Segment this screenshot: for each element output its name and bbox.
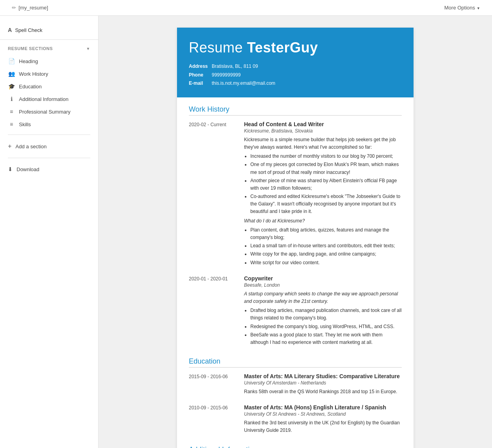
- contact-address-row: Address Bratislava, BL, 811 09: [189, 62, 402, 71]
- sidebar-divider-1: [8, 134, 90, 135]
- sidebar-item-heading-label: Heading: [19, 58, 38, 64]
- list-item: Co-authored and edited Kickresume's eboo…: [250, 193, 402, 216]
- work-entry-1-subtitle: Kickresume, Bratislava, Slovakia: [244, 128, 402, 134]
- sidebar-item-professional-summary-label: Professional Summary: [19, 109, 71, 115]
- work-entry-1-sub-bullets: Plan content, draft blog articles, quizz…: [250, 226, 402, 267]
- chevron-down-icon: [477, 5, 480, 11]
- edu-entry-2-subtitle: University Of St Andrews - St Andrews, S…: [244, 411, 402, 417]
- download-label: Download: [17, 166, 39, 172]
- work-history-section: Work History 2020-02 - Current Head of C…: [189, 105, 402, 348]
- edu-entry-2-dates: 2010-09 - 2015-06: [189, 404, 240, 436]
- work-entry-1-content: Head of Content & Lead Writer Kickresume…: [244, 121, 402, 268]
- work-history-icon: 👥: [8, 71, 15, 77]
- sidebar-item-education[interactable]: 🎓 Education: [0, 80, 98, 93]
- edu-entry-1: 2015-09 - 2016-06 Master of Arts: MA Lit…: [189, 373, 402, 397]
- edu-entry-1-content: Master of Arts: MA Literary Studies: Com…: [244, 373, 402, 397]
- add-section-label: Add a section: [15, 144, 47, 149]
- list-item: BeeSafe was a good place to start. They …: [250, 331, 402, 346]
- sections-toggle-icon[interactable]: ▼: [86, 47, 90, 51]
- address-label: Address: [189, 62, 209, 71]
- work-entry-2-intro: A startup company which seeks to change …: [244, 290, 402, 305]
- sidebar-item-additional-info[interactable]: ℹ Additional Information: [0, 93, 98, 105]
- edu-entry-1-dates: 2015-09 - 2016-06: [189, 373, 240, 397]
- work-entry-1-intro: Kickresume is a simple resume builder th…: [244, 136, 402, 151]
- content-area: Resume TesterGuy Address Bratislava, BL,…: [99, 16, 492, 448]
- email-label: E-mail: [189, 79, 209, 88]
- resume-title-prefix: Resume: [189, 39, 247, 56]
- more-options-button[interactable]: More Options: [444, 5, 480, 11]
- list-item: Increased the number of monthly visitors…: [250, 153, 402, 160]
- work-history-title: Work History: [189, 105, 402, 116]
- additional-info-title: Additional Information: [189, 446, 402, 448]
- sidebar-item-heading[interactable]: 📄 Heading: [0, 55, 98, 67]
- spell-check-icon: A: [8, 27, 12, 33]
- professional-summary-icon: ≡: [8, 108, 15, 115]
- resume-header: Resume TesterGuy Address Bratislava, BL,…: [177, 28, 414, 97]
- edu-entry-2-content: Master of Arts: MA (Hons) English Litera…: [244, 404, 402, 436]
- filename-area[interactable]: [my_resume]: [12, 5, 48, 11]
- edu-entry-1-body: Ranks 58th overall in the QS World Ranki…: [244, 388, 402, 396]
- contact-email-row: E-mail this.is.not.my.email@mail.com: [189, 79, 402, 88]
- main-layout: A Spell Check RESUME SECTIONS ▼ 📄 Headin…: [0, 16, 492, 448]
- education-title: Education: [189, 357, 402, 368]
- resume-title: Resume TesterGuy: [189, 39, 402, 56]
- work-entry-1-title: Head of Content & Lead Writer: [244, 121, 402, 127]
- list-item: Plan content, draft blog articles, quizz…: [250, 226, 402, 241]
- edu-entry-2-body: Ranked the 3rd best university in the UK…: [244, 419, 402, 434]
- add-section-button[interactable]: + Add a section: [0, 139, 98, 154]
- edu-entry-1-title: Master of Arts: MA Literary Studies: Com…: [244, 373, 402, 379]
- sidebar-item-work-history-label: Work History: [19, 71, 48, 77]
- phone-value: 99999999999: [212, 71, 240, 80]
- add-section-plus-icon: +: [8, 143, 11, 150]
- list-item: Lead a small tam of in-house writers and…: [250, 242, 402, 250]
- sidebar-item-professional-summary[interactable]: ≡ Professional Summary: [0, 105, 98, 118]
- work-entry-2-subtitle: Beesafe, London: [244, 282, 402, 288]
- heading-icon: 📄: [8, 58, 15, 64]
- resume-body: Work History 2020-02 - Current Head of C…: [177, 97, 414, 448]
- email-value: this.is.not.my.email@mail.com: [212, 79, 275, 88]
- sidebar-item-additional-info-label: Additional Information: [19, 96, 69, 102]
- list-item: Write copy for the app, landing page, an…: [250, 250, 402, 258]
- pencil-icon: [12, 5, 16, 11]
- work-entry-1-bullets: Increased the number of monthly visitors…: [250, 153, 402, 216]
- filename-label[interactable]: [my_resume]: [19, 5, 48, 11]
- download-icon: ⬇: [8, 166, 13, 172]
- additional-info-icon: ℹ: [8, 96, 15, 102]
- resume-card: Resume TesterGuy Address Bratislava, BL,…: [177, 28, 414, 448]
- edu-entry-1-subtitle: University Of Amsterdam - Netherlands: [244, 380, 402, 386]
- top-bar: [my_resume] More Options: [0, 0, 492, 16]
- work-entry-1-body: Kickresume is a simple resume builder th…: [244, 136, 402, 267]
- work-entry-1: 2020-02 - Current Head of Content & Lead…: [189, 121, 402, 268]
- sidebar-item-skills[interactable]: ≡ Skills: [0, 118, 98, 131]
- address-value: Bratislava, BL, 811 09: [212, 62, 258, 71]
- work-entry-2-body: A startup company which seeks to change …: [244, 290, 402, 346]
- additional-info-section: Additional Information Songwriting: play…: [189, 446, 402, 448]
- sidebar-item-education-label: Education: [19, 84, 42, 90]
- edu-entry-2: 2010-09 - 2015-06 Master of Arts: MA (Ho…: [189, 404, 402, 436]
- list-item: Write script for our video content.: [250, 259, 402, 267]
- skills-icon: ≡: [8, 121, 15, 127]
- resume-contact: Address Bratislava, BL, 811 09 Phone 999…: [189, 62, 402, 88]
- edu-entry-2-desc: Ranked the 3rd best university in the UK…: [244, 419, 402, 434]
- work-entry-2-dates: 2020-01 - 2020-01: [189, 275, 240, 348]
- work-entry-2: 2020-01 - 2020-01 Copywriter Beesafe, Lo…: [189, 275, 402, 348]
- edu-entry-1-desc: Ranks 58th overall in the QS World Ranki…: [244, 388, 402, 396]
- work-entry-1-dates: 2020-02 - Current: [189, 121, 240, 268]
- education-section: Education 2015-09 - 2016-06 Master of Ar…: [189, 357, 402, 436]
- sidebar-item-skills-label: Skills: [19, 121, 31, 127]
- list-item: Another piece of mine was shared by Albe…: [250, 177, 402, 192]
- more-options-label: More Options: [444, 5, 475, 11]
- sections-header-label: RESUME SECTIONS: [8, 46, 53, 51]
- sidebar-divider-2: [8, 158, 90, 158]
- work-entry-2-bullets: Drafted blog articles, managed publicati…: [250, 307, 402, 346]
- download-button[interactable]: ⬇ Download: [0, 162, 98, 176]
- resume-sections-header: RESUME SECTIONS ▼: [0, 40, 98, 55]
- sidebar: A Spell Check RESUME SECTIONS ▼ 📄 Headin…: [0, 16, 99, 448]
- resume-title-name: TesterGuy: [247, 39, 318, 56]
- work-entry-2-title: Copywriter: [244, 275, 402, 282]
- phone-label: Phone: [189, 71, 209, 80]
- sidebar-item-work-history[interactable]: 👥 Work History: [0, 67, 98, 80]
- list-item: One of my pieces got corrected by Elon M…: [250, 161, 402, 176]
- spell-check-item[interactable]: A Spell Check: [0, 24, 98, 40]
- spell-check-label: Spell Check: [15, 27, 42, 33]
